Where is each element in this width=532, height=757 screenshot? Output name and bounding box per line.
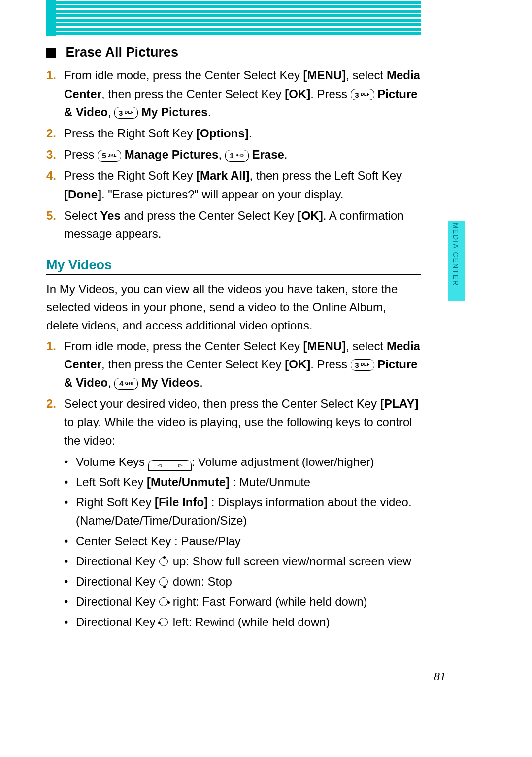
erase-steps-list: 1.From idle mode, press the Center Selec… <box>46 66 421 243</box>
phone-key-icon: 3DEF <box>351 89 374 100</box>
phone-key-icon: 5JKL <box>98 150 121 162</box>
bold-text: [Mark All] <box>196 169 249 182</box>
bold-text: [OK] <box>298 209 323 222</box>
step-number: 5. <box>46 206 56 225</box>
bullet-item: Directional Key up: Show full screen vie… <box>46 552 421 570</box>
step-item: 3.Press 5JKL Manage Pictures, 1✦@ Erase. <box>46 145 421 164</box>
directional-key-left-icon <box>159 617 169 628</box>
directional-key-down-icon <box>159 577 169 588</box>
directional-key-up-icon <box>159 557 169 567</box>
heading-my-videos: My Videos <box>46 258 421 275</box>
bullet-item: Right Soft Key [File Info] : Displays in… <box>46 493 421 529</box>
step-item: 2.Press the Right Soft Key [Options]. <box>46 124 421 142</box>
bullet-item: Directional Key down: Stop <box>46 572 421 591</box>
page-content: Erase All Pictures 1.From idle mode, pre… <box>46 44 421 633</box>
videos-steps-list: 1.From idle mode, press the Center Selec… <box>46 337 421 450</box>
step-item: 5.Select Yes and press the Center Select… <box>46 206 421 243</box>
top-decor: // draw 8 thin horizontal bars with gaps… <box>46 0 421 30</box>
phone-key-icon: 4GHI <box>114 378 138 390</box>
bold-text: Manage Pictures <box>125 148 219 161</box>
step-number: 1. <box>46 66 56 84</box>
bold-text: [Mute/Unmute] <box>147 475 230 489</box>
bullet-item: Directional Key left: Rewind (while held… <box>46 613 421 631</box>
step-number: 2. <box>46 124 56 142</box>
step-item: 2.Select your desired video, then press … <box>46 395 421 450</box>
section-tab: MEDIA CENTER <box>448 221 465 301</box>
bold-text: [MENU] <box>303 68 346 82</box>
bold-text: [MENU] <box>303 339 346 353</box>
phone-key-icon: 1✦@ <box>225 150 249 162</box>
square-bullet-icon <box>46 48 56 58</box>
bold-text: Erase <box>252 148 284 161</box>
page-number: 81 <box>434 670 446 683</box>
bold-text: [Options] <box>196 127 249 140</box>
step-number: 4. <box>46 166 56 185</box>
my-videos-intro: In My Videos, you can view all the video… <box>46 280 421 335</box>
bold-text: [OK] <box>285 358 310 371</box>
step-number: 3. <box>46 145 56 164</box>
bold-text: My Pictures <box>141 105 208 119</box>
bold-text: [PLAY] <box>380 397 419 410</box>
bold-text: My Videos <box>141 376 200 389</box>
bold-text: [File Info] <box>155 495 208 509</box>
document-page: // draw 8 thin horizontal bars with gaps… <box>0 0 532 757</box>
bullet-item: Volume Keys : Volume adjustment (lower/h… <box>46 453 421 471</box>
bold-text: [OK] <box>285 87 310 100</box>
volume-keys-icon <box>148 460 192 471</box>
bullet-item: Center Select Key : Pause/Play <box>46 532 421 550</box>
phone-key-icon: 3DEF <box>114 107 138 119</box>
bold-text: [Done] <box>64 188 101 201</box>
step-number: 1. <box>46 337 56 355</box>
phone-key-icon: 3DEF <box>351 359 374 371</box>
directional-key-right-icon <box>159 597 169 608</box>
heading-erase-all: Erase All Pictures <box>46 44 421 60</box>
step-item: 1.From idle mode, press the Center Selec… <box>46 337 421 392</box>
bold-text: Yes <box>100 209 120 222</box>
step-number: 2. <box>46 395 56 413</box>
heading-erase-all-text: Erase All Pictures <box>66 45 179 60</box>
step-item: 4.Press the Right Soft Key [Mark All], t… <box>46 166 421 203</box>
bullet-item: Left Soft Key [Mute/Unmute] : Mute/Unmut… <box>46 473 421 491</box>
section-tab-label: MEDIA CENTER <box>452 223 460 286</box>
bullet-item: Directional Key right: Fast Forward (whi… <box>46 592 421 611</box>
videos-bullets-list: Volume Keys : Volume adjustment (lower/h… <box>46 453 421 631</box>
step-item: 1.From idle mode, press the Center Selec… <box>46 66 421 121</box>
